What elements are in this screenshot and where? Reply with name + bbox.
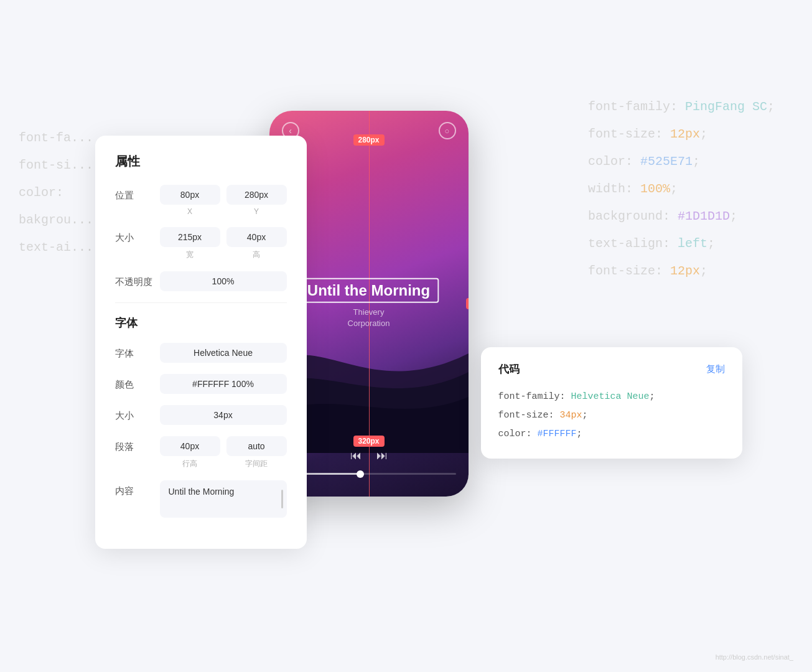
font-family-row: 字体 Helvetica Neue — [115, 343, 287, 363]
song-title: Until the Morning — [299, 278, 439, 303]
y-label: Y — [226, 207, 287, 216]
code-prop-2: font-size: — [498, 410, 554, 421]
position-y-input[interactable]: 280px — [226, 185, 287, 205]
line-height-input[interactable]: 40px — [160, 436, 220, 456]
paragraph-inputs: 40px auto 行高 字间距 — [160, 436, 287, 469]
height-sub-label: 高 — [226, 250, 287, 260]
size-inputs: 215px 40px 宽 高 — [160, 227, 287, 260]
rewind-button[interactable]: ⏮ — [350, 449, 362, 462]
code-val-1: Helvetica Neue — [571, 391, 650, 402]
position-inputs: 80px 280px X Y — [160, 185, 287, 216]
font-family-label: 字体 — [115, 343, 160, 360]
selected-text-area: Until the Morning Thievery Corporation — [299, 278, 439, 329]
progress-bar-wrapper — [282, 473, 456, 475]
paragraph-row: 段落 40px auto 行高 字间距 — [115, 436, 287, 469]
code-prop-3: color: — [498, 429, 532, 439]
font-size-row: 大小 34px — [115, 405, 287, 425]
font-size-label: 大小 — [115, 405, 160, 422]
content-label: 内容 — [115, 480, 160, 497]
height-input[interactable]: 40px — [226, 227, 287, 247]
paragraph-label: 段落 — [115, 436, 160, 453]
position-x-input[interactable]: 80px — [160, 185, 220, 205]
divider-1 — [115, 302, 287, 303]
size-label: 大小 — [115, 227, 160, 244]
progress-track — [282, 473, 456, 475]
font-section-title: 字体 — [115, 315, 287, 330]
content-input[interactable]: Until the Morning — [160, 480, 287, 518]
letter-spacing-input[interactable]: auto — [226, 436, 287, 456]
font-color-row: 颜色 #FFFFFF 100% — [115, 374, 287, 394]
content-row: 内容 Until the Morning — [115, 480, 287, 518]
code-line-3: color: #FFFFFF; — [498, 425, 725, 444]
font-family-input[interactable]: Helvetica Neue — [160, 343, 287, 363]
properties-panel: 属性 位置 80px 280px X Y 大小 215px 40px — [95, 136, 307, 549]
watermark: http://blog.csdn.net/sinat_ — [716, 653, 793, 661]
font-size-input[interactable]: 34px — [160, 405, 287, 425]
width-sub-label: 宽 — [160, 250, 220, 260]
copy-button[interactable]: 复制 — [706, 363, 725, 375]
phone-top-bar: ○ — [439, 122, 456, 139]
code-prop-1: font-family: — [498, 391, 566, 402]
opacity-inputs: 100% — [160, 271, 287, 291]
content-wrapper: Until the Morning — [160, 480, 287, 518]
code-val-3: #FFFFFF — [538, 429, 577, 439]
search-icon[interactable]: ○ — [439, 122, 456, 139]
measure-top-label: 280px — [353, 134, 384, 146]
progress-thumb[interactable] — [357, 470, 364, 478]
code-line-2: font-size: 34px; — [498, 406, 725, 425]
font-color-inputs: #FFFFFF 100% — [160, 374, 287, 394]
opacity-row: 不透明度 100% — [115, 271, 287, 291]
code-content: font-family: Helvetica Neue; font-size: … — [498, 388, 725, 444]
main-container: 属性 位置 80px 280px X Y 大小 215px 40px — [95, 123, 742, 549]
code-val-2: 34px — [560, 410, 582, 421]
font-size-inputs: 34px — [160, 405, 287, 425]
position-label: 位置 — [115, 185, 160, 202]
letter-spacing-sub: 字间距 — [226, 459, 287, 469]
measure-right-label: 80px — [466, 298, 468, 309]
code-panel-header: 代码 复制 — [498, 362, 725, 376]
opacity-input[interactable]: 100% — [160, 271, 287, 291]
font-color-input[interactable]: #FFFFFF 100% — [160, 374, 287, 394]
size-row: 大小 215px 40px 宽 高 — [115, 227, 287, 260]
bg-left-code: font-fa... font-si... color: bakgrou... … — [19, 124, 93, 261]
line-height-sub: 行高 — [160, 459, 220, 469]
forward-button[interactable]: ⏭ — [376, 449, 388, 462]
measure-bottom-label: 320px — [353, 436, 384, 447]
x-label: X — [160, 207, 220, 216]
code-panel: 代码 复制 font-family: Helvetica Neue; font-… — [481, 347, 742, 459]
position-row: 位置 80px 280px X Y — [115, 185, 287, 216]
font-family-inputs: Helvetica Neue — [160, 343, 287, 363]
code-line-1: font-family: Helvetica Neue; — [498, 388, 725, 406]
code-panel-title: 代码 — [498, 362, 520, 376]
song-artist: Thievery Corporation — [299, 307, 439, 329]
scrollbar[interactable] — [281, 490, 283, 508]
code-panel-wrapper: 代码 复制 font-family: Helvetica Neue; font-… — [481, 347, 742, 459]
panel-title: 属性 — [115, 153, 287, 170]
width-input[interactable]: 215px — [160, 227, 220, 247]
opacity-label: 不透明度 — [115, 271, 160, 288]
font-color-label: 颜色 — [115, 374, 160, 391]
